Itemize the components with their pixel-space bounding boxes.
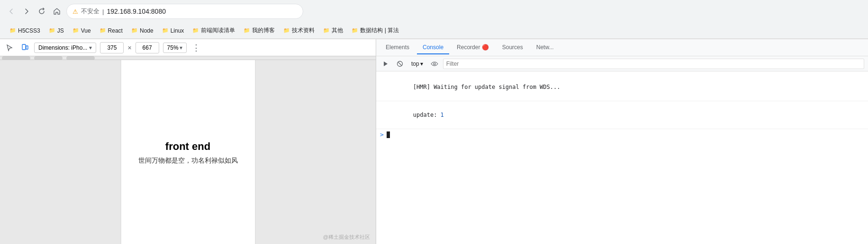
svg-rect-1: [26, 46, 28, 49]
home-button[interactable]: [51, 6, 63, 17]
folder-icon: 📁: [49, 27, 55, 34]
tab-network[interactable]: Netw...: [531, 41, 560, 54]
bookmark-vue[interactable]: 📁 Vue: [69, 26, 95, 35]
eye-button[interactable]: [429, 58, 440, 70]
viewport-container: Dimensions: iPho... ▾ × 75% ▾ ⋮ front en…: [0, 39, 376, 244]
console-input-line[interactable]: >: [376, 129, 868, 140]
folder-icon: 📁: [283, 27, 290, 34]
devtools-topbar: Elements Console Recorder 🔴 Sources Netw…: [376, 39, 868, 56]
bookmark-label: Linux: [171, 27, 184, 34]
browser-chrome: ⚠ 不安全 | 192.168.9.104:8080 📁 H5CSS3 📁 JS…: [0, 0, 868, 39]
filter-input[interactable]: [443, 59, 864, 69]
bookmark-label: 前端阅读清单: [201, 26, 235, 35]
bookmark-label: 其他: [332, 26, 343, 35]
bookmark-linux[interactable]: 📁 Linux: [158, 26, 188, 35]
bookmark-label: Vue: [81, 27, 91, 34]
phone-app-title: front end: [165, 140, 210, 152]
bookmark-react[interactable]: 📁 React: [96, 26, 127, 35]
bookmark-label: 技术资料: [292, 26, 315, 35]
forward-button[interactable]: [21, 6, 32, 17]
chevron-down-icon: ▾: [180, 44, 182, 51]
play-button[interactable]: [380, 58, 391, 70]
bookmark-other[interactable]: 📁 其他: [319, 25, 347, 36]
tab-elements[interactable]: Elements: [380, 41, 415, 54]
top-selector[interactable]: top ▾: [408, 60, 426, 68]
console-toolbar: top ▾: [376, 56, 868, 71]
device-toggle-icon[interactable]: [19, 42, 30, 53]
watermark: @稀土掘金技术社区: [323, 234, 370, 241]
bookmark-label: 数据结构 | 算法: [360, 26, 399, 35]
dimension-separator: ×: [127, 44, 131, 52]
folder-icon: 📁: [162, 27, 169, 34]
folder-icon: 📁: [192, 27, 199, 34]
bookmark-algorithm[interactable]: 📁 数据结构 | 算法: [348, 25, 403, 36]
tab-console[interactable]: Console: [417, 41, 449, 54]
block-button[interactable]: [394, 58, 406, 70]
address-separator: |: [102, 8, 104, 15]
bookmark-label: Node: [140, 27, 154, 34]
address-bar[interactable]: ⚠ 不安全 | 192.168.9.104:8080: [66, 4, 303, 19]
devtools-panel: Elements Console Recorder 🔴 Sources Netw…: [376, 39, 868, 244]
bookmark-label: H5CSS3: [18, 27, 40, 34]
bookmark-label: JS: [57, 27, 64, 34]
device-name: Dimensions: iPho...: [38, 44, 87, 51]
folder-icon: 📁: [244, 27, 250, 34]
folder-icon: 📁: [72, 27, 79, 34]
zoom-select[interactable]: 75% ▾: [163, 43, 187, 53]
bookmark-blog[interactable]: 📁 我的博客: [240, 25, 279, 36]
console-output: [HMR] Waiting for update signal from WDS…: [376, 71, 868, 244]
svg-point-5: [434, 63, 435, 65]
url-text: 192.168.9.104:8080: [107, 8, 166, 15]
console-cursor: [387, 131, 390, 138]
viewport: front end 世间万物都是空，功名利禄似如风 @稀土掘金技术社区: [0, 60, 376, 244]
console-line-hmr: [HMR] Waiting for update signal from WDS…: [376, 73, 868, 101]
zoom-value: 75%: [167, 44, 179, 51]
bookmark-reading[interactable]: 📁 前端阅读清单: [189, 25, 239, 36]
bookmark-tech[interactable]: 📁 技术资料: [280, 25, 318, 36]
warning-icon: ⚠: [72, 8, 78, 15]
bookmarks-bar: 📁 H5CSS3 📁 JS 📁 Vue 📁 React 📁 Node 📁 Lin…: [0, 23, 868, 39]
tab-recorder[interactable]: Recorder 🔴: [451, 41, 495, 54]
console-line-update: update: 1: [376, 101, 868, 129]
height-input[interactable]: [136, 42, 159, 53]
device-select[interactable]: Dimensions: iPho... ▾: [34, 43, 96, 53]
phone-screen: front end 世间万物都是空，功名利禄似如风: [120, 60, 255, 244]
bookmark-js[interactable]: 📁 JS: [45, 26, 68, 35]
console-prompt-icon: >: [380, 131, 384, 138]
svg-rect-0: [22, 44, 26, 50]
bookmark-node[interactable]: 📁 Node: [127, 26, 157, 35]
folder-icon: 📁: [9, 27, 16, 34]
insecure-label: 不安全: [81, 7, 99, 16]
folder-icon: 📁: [131, 27, 138, 34]
hmr-text: [HMR] Waiting for update signal from WDS…: [413, 84, 561, 90]
main-area: Dimensions: iPho... ▾ × 75% ▾ ⋮ front en…: [0, 39, 868, 244]
bookmark-label: 我的博客: [252, 26, 275, 35]
chevron-down-icon: ▾: [420, 61, 423, 67]
svg-line-4: [398, 62, 402, 66]
phone-app-subtitle: 世间万物都是空，功名利禄似如风: [138, 156, 238, 165]
top-label: top: [411, 61, 419, 67]
back-button[interactable]: [6, 6, 17, 17]
folder-icon: 📁: [99, 27, 106, 34]
update-text: update:: [413, 112, 441, 118]
scrollbar-area: [0, 56, 376, 60]
width-input[interactable]: [100, 42, 124, 53]
device-toolbar: Dimensions: iPho... ▾ × 75% ▾ ⋮: [0, 39, 376, 56]
address-bar-row: ⚠ 不安全 | 192.168.9.104:8080: [0, 0, 868, 23]
bookmark-h5css3[interactable]: 📁 H5CSS3: [6, 26, 44, 35]
pointer-icon[interactable]: [4, 42, 15, 53]
reload-button[interactable]: [36, 6, 47, 17]
folder-icon: 📁: [323, 27, 330, 34]
update-value: 1: [441, 112, 444, 118]
chevron-down-icon: ▾: [89, 44, 92, 51]
tab-sources[interactable]: Sources: [497, 41, 529, 54]
svg-marker-2: [384, 61, 388, 66]
more-options-button[interactable]: ⋮: [190, 42, 202, 53]
bookmark-label: React: [108, 27, 123, 34]
folder-icon: 📁: [352, 27, 358, 34]
